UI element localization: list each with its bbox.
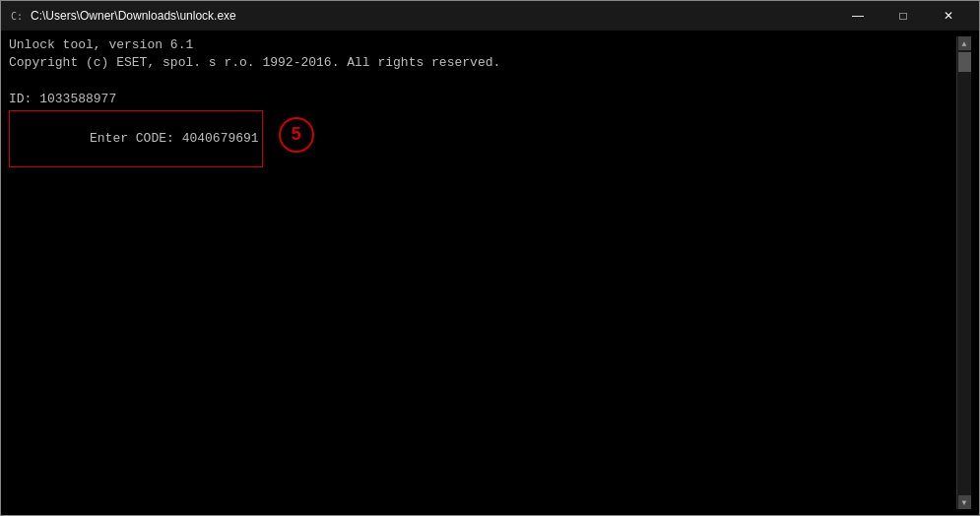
console-line-1: Unlock tool, version 6.1 <box>9 36 956 54</box>
minimize-button[interactable]: — <box>835 1 881 31</box>
input-value: 4040679691 <box>182 131 259 146</box>
scrollbar-thumb[interactable] <box>958 52 971 72</box>
console-line-2: Copyright (c) ESET, spol. s r.o. 1992-20… <box>9 54 956 72</box>
svg-text:C:: C: <box>11 11 23 22</box>
console-line-3 <box>9 72 956 90</box>
maximize-button[interactable]: □ <box>881 1 926 31</box>
console-line-4: ID: 1033588977 <box>9 91 956 108</box>
console-input-line: Enter CODE: 4040679691 5 <box>9 110 956 168</box>
console-area: Unlock tool, version 6.1 Copyright (c) E… <box>1 31 979 515</box>
scroll-up-arrow[interactable]: ▲ <box>958 36 971 50</box>
scrollbar: ▲ ▼ <box>956 36 971 509</box>
console-content: Unlock tool, version 6.1 Copyright (c) E… <box>9 36 956 509</box>
app-window: C: C:\Users\Owner\Downloads\unlock.exe —… <box>0 0 980 516</box>
app-icon: C: <box>9 8 25 24</box>
input-label: Enter CODE: <box>90 131 182 146</box>
scrollbar-track <box>957 72 971 495</box>
window-title: C:\Users\Owner\Downloads\unlock.exe <box>31 9 835 23</box>
code-input-box[interactable]: Enter CODE: 4040679691 <box>9 110 263 168</box>
scroll-down-arrow[interactable]: ▼ <box>958 495 971 509</box>
title-bar: C: C:\Users\Owner\Downloads\unlock.exe —… <box>1 1 979 31</box>
close-button[interactable]: ✕ <box>926 1 971 31</box>
window-controls: — □ ✕ <box>835 1 971 31</box>
annotation-5: 5 <box>279 117 314 153</box>
